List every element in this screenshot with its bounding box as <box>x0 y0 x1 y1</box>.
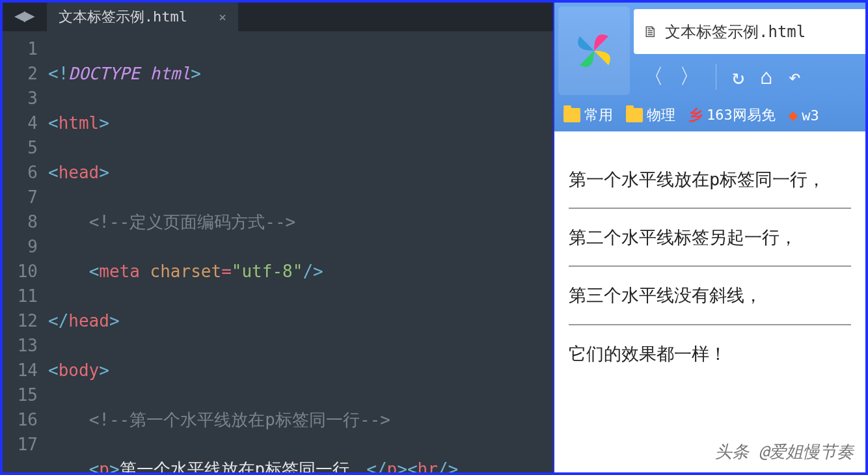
address-text: 文本标签示例.html <box>665 21 806 42</box>
bookmark-physics[interactable]: 物理 <box>626 105 675 125</box>
file-icon: 🗎 <box>643 23 658 41</box>
editor-tabbar: ◀ ▶ 文本标签示例.html × <box>3 3 553 31</box>
folder-icon <box>563 108 580 122</box>
forward-icon[interactable]: 〉 <box>679 62 700 91</box>
code-text[interactable]: <!DOCTYPE html> <html> <head> <!--定义页面编码… <box>48 36 553 475</box>
para-2: 第二个水平线标签另起一行， <box>569 223 851 251</box>
address-bar[interactable]: 🗎 文本标签示例.html <box>634 9 865 54</box>
close-tab-icon[interactable]: × <box>219 9 226 25</box>
rendered-page: 第一个水平线放在p标签同一行， 第二个水平线标签另起一行， 第三个水平线没有斜线… <box>554 131 865 472</box>
w3-icon: ◆ <box>789 106 798 124</box>
tab-history-nav[interactable]: ◀ ▶ <box>3 5 44 31</box>
home-icon[interactable]: ⌂ <box>760 64 772 89</box>
bookmark-163[interactable]: 乡163网易免 <box>688 105 776 125</box>
back-icon[interactable]: 〈 <box>643 62 664 91</box>
para-4: 它们的效果都一样！ <box>569 340 851 368</box>
para-1: 第一个水平线放在p标签同一行， <box>569 165 851 193</box>
editor-tab-active[interactable]: 文本标签示例.html × <box>47 3 238 31</box>
pinwheel-icon <box>570 27 618 75</box>
restore-icon[interactable]: ↶ <box>789 64 801 89</box>
hr-3 <box>569 324 851 325</box>
browser-chrome: 🗎 文本标签示例.html 〈 〉 ↻ ⌂ ↶ <box>554 3 865 99</box>
browser-logo[interactable] <box>558 7 630 95</box>
bookmark-w3[interactable]: ◆w3 <box>789 106 819 124</box>
tab-fwd-icon[interactable]: ▶ <box>24 5 33 26</box>
line-gutter: 123 456 789 101112 131415 1617 <box>3 36 48 475</box>
bookmarks-bar: 常用 物理 乡163网易免 ◆w3 <box>554 99 865 131</box>
browser-pane: 🗎 文本标签示例.html 〈 〉 ↻ ⌂ ↶ 常用 物理 乡163网易免 ◆w… <box>553 3 865 472</box>
tab-title: 文本标签示例.html <box>59 7 187 27</box>
netease-icon: 乡 <box>688 105 703 125</box>
tab-back-icon[interactable]: ◀ <box>14 5 23 26</box>
folder-icon <box>626 108 643 122</box>
bookmark-common[interactable]: 常用 <box>563 105 613 125</box>
code-area[interactable]: 123 456 789 101112 131415 1617 <!DOCTYPE… <box>3 31 553 475</box>
browser-nav-toolbar: 〈 〉 ↻ ⌂ ↶ <box>634 54 865 99</box>
watermark-text: 头条 @爱姐慢节奏 <box>715 439 854 466</box>
hr-1 <box>569 208 851 209</box>
para-3: 第三个水平线没有斜线， <box>569 281 851 309</box>
reload-icon[interactable]: ↻ <box>732 64 744 89</box>
hr-2 <box>569 265 851 267</box>
code-editor-pane: ◀ ▶ 文本标签示例.html × 123 456 789 101112 131… <box>3 3 553 472</box>
